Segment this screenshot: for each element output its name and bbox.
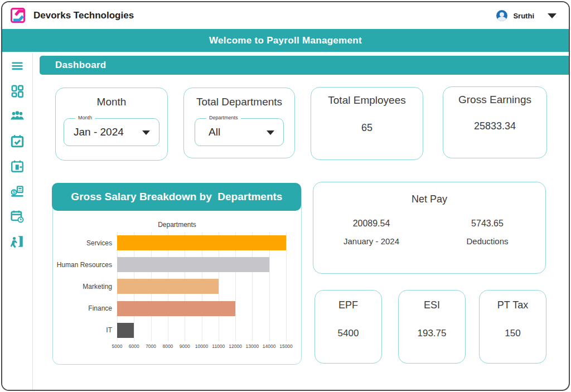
gross-salary-chart-card: Gross Salary Breakdown by Departments De… (52, 183, 302, 365)
deductions-amount-block: 5743.65 Deductions (429, 219, 545, 246)
esi-title: ESI (399, 299, 465, 311)
departments-select-caret-icon[interactable] (267, 130, 274, 135)
top-bar: Devorks Technologies Sruthi (2, 2, 569, 29)
chart-x-tick-label: 6000 (129, 343, 139, 349)
chart-x-tick-label: 12000 (229, 343, 242, 349)
pt-tax-card: PT Tax 150 (479, 290, 546, 364)
chart-x-tick-label: 7000 (146, 343, 156, 349)
chart-x-tick-label: 10000 (195, 343, 209, 349)
sidebar-item-payroll payroll-money-icon[interactable]: $ (10, 184, 25, 199)
epf-value: 5400 (315, 328, 381, 339)
chart-x-tick-label: 14000 (263, 343, 276, 349)
departments-card-title: Total Departments (184, 96, 294, 108)
month-filter-card: Month Month Jan - 2024 (55, 88, 168, 161)
pt-tax-value: 150 (480, 328, 546, 339)
esi-card: ESI 193.75 (398, 290, 466, 364)
chart-plot (117, 232, 286, 341)
epf-card: EPF 5400 (314, 290, 382, 364)
chart-category-label: Services (53, 239, 117, 247)
gross-earnings-value: 25833.34 (443, 120, 546, 132)
chart-x-axis: 5000600070008000900010000110001200013000… (117, 343, 286, 352)
sidebar-item-schedule calendar-clock-icon[interactable] (10, 209, 25, 224)
gross-earnings-card: Gross Earnings 25833.34 (443, 86, 547, 158)
welcome-banner-title: Welcome to Payroll Management (209, 35, 362, 46)
month-select[interactable]: Month Jan - 2024 (64, 118, 159, 146)
total-employees-card: Total Employees 65 (311, 87, 423, 160)
month-select-caret-icon[interactable] (142, 130, 150, 135)
sidebar-item-dashboard dashboard-grid-icon[interactable] (10, 84, 25, 98)
sidebar-item-logout logout-exit-icon[interactable] (10, 234, 25, 249)
chart-x-tick-label: 5000 (112, 343, 123, 349)
page-title: Dashboard (55, 60, 107, 71)
company-title: Devorks Technologies (33, 10, 134, 21)
total-employees-title: Total Employees (311, 94, 423, 107)
esi-value: 193.75 (399, 328, 465, 339)
chart-category-label: Human Resources (53, 261, 117, 269)
user-menu-caret-icon[interactable] (548, 13, 557, 18)
gross-earnings-title: Gross Earnings (443, 94, 546, 106)
sidebar-item-leave calendar-door-icon[interactable] (10, 159, 25, 173)
chart-category-label: IT (53, 326, 117, 334)
chart-x-tick-label: 13000 (246, 343, 259, 349)
chart-bar-it (117, 323, 134, 338)
month-select-value: Jan - 2024 (64, 126, 124, 138)
chart-bar-services (117, 235, 286, 250)
chart-x-tick-label: 9000 (180, 343, 190, 349)
chart-bar-finance (117, 301, 235, 316)
chart-section-header: Gross Salary Breakdown by Departments (52, 183, 301, 211)
user-name: Sruthi (513, 12, 534, 20)
month-select-label: Month (75, 115, 95, 120)
company-logo-icon (10, 7, 28, 25)
chart-x-tick-label: 8000 (162, 343, 173, 349)
deductions-amount: 5743.65 (429, 219, 545, 229)
pt-tax-title: PT Tax (480, 299, 546, 311)
deductions-label: Deductions (429, 236, 545, 246)
menu-icon[interactable] (10, 59, 25, 73)
departments-select-label: Departments (206, 115, 241, 120)
chart-x-tick-label: 15000 (279, 343, 293, 349)
sidebar-nav: $ (2, 53, 33, 390)
chart-title: Departments (53, 221, 301, 229)
user-avatar-icon (496, 10, 507, 21)
departments-select[interactable]: Departments All (195, 118, 284, 146)
net-pay-period: January - 2024 (313, 236, 429, 246)
chart-section-title: Gross Salary Breakdown by Departments (71, 191, 282, 203)
chart-bar-marketing (117, 279, 219, 294)
payroll-app-window: Devorks Technologies Sruthi Welcome to P… (1, 1, 570, 391)
svg-text:$: $ (13, 190, 15, 195)
sidebar-item-attendance calendar-check-icon[interactable] (10, 134, 25, 148)
net-pay-card: Net Pay 20089.54 January - 2024 5743.65 … (313, 182, 546, 274)
chart-category-labels: ServicesHuman ResourcesMarketingFinanceI… (53, 232, 117, 341)
departments-select-value: All (195, 126, 220, 138)
chart-bar-human-resources (117, 257, 269, 272)
departments-bar-chart: ServicesHuman ResourcesMarketingFinanceI… (53, 232, 300, 343)
net-pay-title: Net Pay (313, 193, 545, 205)
chart-category-label: Marketing (53, 283, 117, 291)
departments-filter-card: Total Departments Departments All (183, 88, 295, 158)
net-pay-amount: 20089.54 (313, 219, 429, 229)
net-pay-amount-block: 20089.54 January - 2024 (313, 219, 429, 246)
month-card-title: Month (56, 96, 167, 108)
chart-gridline (286, 232, 287, 341)
chart-category-label: Finance (53, 304, 117, 312)
epf-title: EPF (315, 299, 381, 311)
sidebar-item-employees employees-icon[interactable] (10, 109, 25, 123)
dashboard-header: Dashboard (40, 56, 569, 75)
chart-x-tick-label: 11000 (212, 343, 225, 349)
total-employees-value: 65 (311, 122, 423, 134)
welcome-banner: Welcome to Payroll Management (2, 29, 569, 52)
